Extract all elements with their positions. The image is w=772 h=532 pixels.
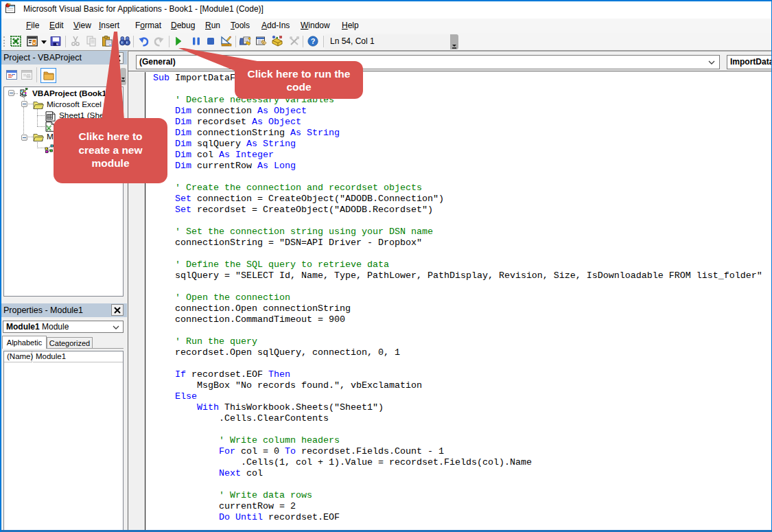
svg-text:?: ? [311, 37, 316, 45]
